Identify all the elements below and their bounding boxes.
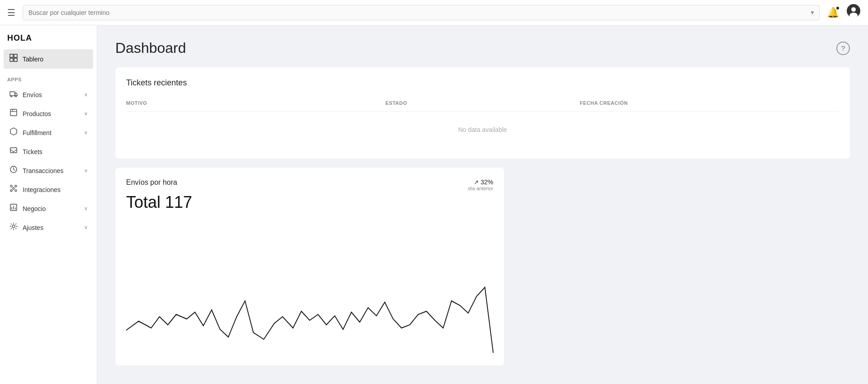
user-avatar[interactable] xyxy=(846,4,861,21)
menu-icon[interactable]: ☰ xyxy=(7,7,15,18)
transacciones-chevron: ∨ xyxy=(84,168,88,173)
svg-point-14 xyxy=(15,185,17,187)
tickets-label: Tickets xyxy=(23,148,88,155)
tickets-icon xyxy=(9,146,18,157)
chart-percent: 32% xyxy=(481,178,493,186)
sidebar-item-envios[interactable]: Envíos ∨ xyxy=(4,85,93,104)
col-fecha: FECHA CREACIÓN xyxy=(580,100,839,106)
productos-icon xyxy=(9,108,18,119)
tickets-card: Tickets recientes MOTIVO ESTADO FECHA CR… xyxy=(115,67,850,159)
sidebar-item-fulfillment[interactable]: Fulfillment ∨ xyxy=(4,123,93,142)
sidebar-item-ajustes[interactable]: Ajustes ∨ xyxy=(4,218,93,237)
svg-point-2 xyxy=(849,13,858,18)
sidebar: HOLA Tablero APPS xyxy=(0,25,97,384)
envios-chevron: ∨ xyxy=(84,92,88,98)
svg-point-17 xyxy=(13,187,14,189)
fulfillment-label: Fulfillment xyxy=(23,129,80,136)
envios-label: Envíos xyxy=(23,91,80,98)
topbar: ☰ ▼ 🔔 xyxy=(0,0,868,25)
chart-svg xyxy=(126,217,493,353)
tickets-card-title: Tickets recientes xyxy=(126,78,839,88)
page-header: Dashboard ? xyxy=(115,40,850,56)
fulfillment-icon xyxy=(9,127,18,138)
ajustes-chevron: ∨ xyxy=(84,225,88,230)
sidebar-logo: HOLA xyxy=(0,25,97,48)
sidebar-item-integraciones[interactable]: Integraciones xyxy=(4,180,93,199)
sidebar-item-tablero-label: Tablero xyxy=(23,56,43,63)
productos-label: Productos xyxy=(23,110,80,117)
sidebar-item-tickets[interactable]: Tickets xyxy=(4,142,93,161)
chart-stat-label: día anterior xyxy=(468,186,493,191)
svg-rect-4 xyxy=(14,54,17,57)
help-button[interactable]: ? xyxy=(836,42,850,55)
chart-header: Envíos por hora ↗ 32% día anterior xyxy=(126,178,493,191)
fulfillment-chevron: ∨ xyxy=(84,130,88,136)
search-container: ▼ xyxy=(23,5,820,20)
search-dropdown-arrow[interactable]: ▼ xyxy=(810,9,815,16)
svg-rect-6 xyxy=(14,58,17,61)
ajustes-icon xyxy=(9,222,18,233)
ajustes-label: Ajustes xyxy=(23,224,80,231)
search-input[interactable] xyxy=(23,5,820,20)
svg-point-13 xyxy=(10,185,12,187)
negocio-icon xyxy=(9,203,18,214)
svg-rect-5 xyxy=(10,58,13,61)
svg-point-1 xyxy=(851,7,856,12)
negocio-chevron: ∨ xyxy=(84,206,88,211)
main-content: Dashboard ? Tickets recientes MOTIVO EST… xyxy=(97,25,868,384)
layout: HOLA Tablero APPS xyxy=(0,25,868,384)
svg-rect-7 xyxy=(10,92,15,96)
chart-stat: ↗ 32% día anterior xyxy=(468,178,493,191)
col-motivo: MOTIVO xyxy=(126,100,385,106)
integraciones-icon xyxy=(9,184,18,195)
table-empty-message: No data available xyxy=(126,112,839,148)
table-header: MOTIVO ESTADO FECHA CREACIÓN xyxy=(126,97,839,112)
transacciones-icon xyxy=(9,165,18,176)
chart-title: Envíos por hora xyxy=(126,178,177,187)
notification-dot xyxy=(835,6,840,10)
chart-total: Total 117 xyxy=(126,193,493,212)
transacciones-label: Transacciones xyxy=(23,167,80,174)
productos-chevron: ∨ xyxy=(84,111,88,117)
col-estado: ESTADO xyxy=(385,100,580,106)
sidebar-item-negocio[interactable]: Negocio ∨ xyxy=(4,199,93,218)
page-title: Dashboard xyxy=(115,40,186,56)
svg-rect-3 xyxy=(10,54,13,57)
chart-arrow-icon: ↗ xyxy=(474,179,479,186)
svg-point-16 xyxy=(15,190,17,192)
svg-point-8 xyxy=(11,96,12,97)
integraciones-label: Integraciones xyxy=(23,186,88,193)
chart-stat-value: ↗ 32% xyxy=(468,178,493,186)
apps-section-label: APPS xyxy=(0,70,97,85)
chart-card: Envíos por hora ↗ 32% día anterior Total… xyxy=(115,168,504,365)
svg-rect-10 xyxy=(10,109,17,116)
chart-line xyxy=(126,287,493,353)
negocio-label: Negocio xyxy=(23,205,80,212)
svg-point-9 xyxy=(15,96,17,97)
sidebar-item-productos[interactable]: Productos ∨ xyxy=(4,104,93,123)
envios-icon xyxy=(9,89,18,100)
topbar-right: 🔔 xyxy=(827,4,861,21)
sidebar-item-transacciones[interactable]: Transacciones ∨ xyxy=(4,161,93,180)
notification-button[interactable]: 🔔 xyxy=(827,7,839,19)
svg-point-15 xyxy=(10,190,12,192)
svg-point-19 xyxy=(12,225,15,228)
tablero-icon xyxy=(9,54,18,64)
sidebar-item-tablero[interactable]: Tablero xyxy=(4,49,93,69)
